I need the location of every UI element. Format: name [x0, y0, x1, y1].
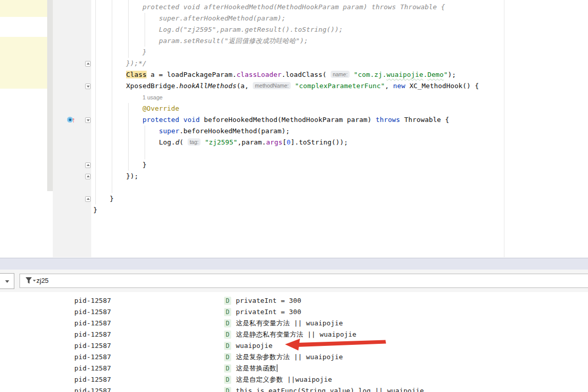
logcat-options-dropdown[interactable] — [0, 273, 14, 289]
scrollbar-track[interactable] — [47, 0, 53, 191]
log-level-badge: D — [224, 297, 231, 305]
filter-icon[interactable] — [25, 277, 36, 285]
code-token: ].toString()); — [291, 138, 348, 146]
code-fold-icon[interactable] — [85, 117, 91, 123]
log-message: privateInt = 300 — [236, 306, 301, 318]
indent-guide — [128, 103, 129, 171]
inlay-hint: tag: — [188, 138, 201, 146]
code-token: Log. — [159, 138, 175, 146]
filter-query-text[interactable]: zj25 — [36, 274, 49, 287]
code-line[interactable]: });*/ — [126, 58, 147, 69]
code-line[interactable]: } — [143, 47, 147, 58]
navigate-up-icon[interactable]: ↑ — [72, 116, 77, 124]
log-level-badge: D — [224, 342, 231, 350]
log-pid: pid-12587 — [74, 363, 111, 374]
code-token: @Override — [143, 105, 179, 112]
log-row[interactable]: pid-12587DprivateInt = 300 — [0, 306, 588, 318]
log-pid: pid-12587 — [74, 352, 111, 363]
code-token: new — [393, 82, 405, 90]
code-token: a = loadPackageParam. — [147, 71, 237, 78]
panel-divider[interactable] — [0, 258, 588, 270]
log-message: 这是静态私有变量方法 || wuaipojie — [236, 329, 356, 340]
code-fold-icon[interactable] — [85, 162, 91, 168]
code-line[interactable]: Log.d("zj2595",param.getResult().toStrin… — [159, 24, 343, 35]
code-token: .loadClass( — [281, 71, 331, 78]
code-line[interactable]: } — [110, 193, 114, 204]
code-line[interactable]: } — [93, 204, 97, 216]
logcat-toolbar: zj25 — [0, 270, 588, 293]
indent-guide — [128, 0, 129, 58]
log-pid: pid-12587 — [74, 340, 111, 352]
code-token: " — [444, 71, 448, 78]
inlay-hint: name: — [331, 71, 350, 78]
code-token: (a, — [236, 82, 253, 90]
code-token: ( — [179, 138, 188, 146]
code-token: , — [385, 82, 393, 90]
code-line[interactable]: Log.d( tag: "zj2595",param.args[0].toStr… — [159, 137, 348, 148]
code-editor[interactable]: 28293031323334353637383940414243444546 p… — [0, 0, 588, 257]
code-token: 0 — [287, 138, 291, 146]
right-margin-guide — [504, 0, 504, 257]
code-line[interactable]: param.setResult("返回值修改成功哇哈哈"); — [159, 35, 308, 47]
code-token: protected void afterHookedMethod(MethodH… — [143, 3, 445, 11]
log-row[interactable]: pid-12587DprivateInt = 300 — [0, 295, 588, 306]
code-token: throws — [376, 116, 400, 123]
log-row[interactable]: pid-12587Dwuaipojie — [0, 340, 588, 352]
log-row[interactable]: pid-12587D这是复杂参数方法 || wuaipojie — [0, 352, 588, 363]
code-token: "complexParameterFunc" — [295, 82, 385, 90]
code-fold-icon[interactable] — [85, 61, 91, 67]
log-message: 这是替换函数 — [236, 363, 277, 374]
code-token: Log.d("zj2595",param.getResult().toStrin… — [159, 26, 343, 33]
code-token: "zj2595" — [205, 138, 237, 146]
code-line[interactable]: @Override — [143, 103, 179, 114]
logcat-output[interactable]: pid-12587DprivateInt = 300pid-12587Dpriv… — [0, 292, 588, 392]
inlay-hint: methodName: — [253, 82, 291, 89]
code-token — [350, 71, 354, 78]
code-token: } — [143, 48, 147, 56]
log-pid: pid-12587 — [74, 318, 111, 329]
code-fold-icon[interactable] — [85, 174, 91, 179]
code-token: .beforeHookedMethod(param); — [179, 127, 290, 135]
highlight-block — [0, 37, 47, 89]
logcat-filter-input[interactable]: zj25 — [19, 274, 588, 288]
code-token: hookAllMethods — [179, 82, 237, 90]
log-level-badge: D — [224, 353, 231, 361]
log-pid: pid-12587 — [74, 385, 111, 392]
log-row[interactable]: pid-12587Dthis is eatFunc(String value) … — [0, 385, 588, 392]
log-row[interactable]: pid-12587D这是静态私有变量方法 || wuaipojie — [0, 329, 588, 340]
code-token: Demo — [428, 71, 444, 78]
log-row[interactable]: pid-12587D这是替换函数 — [0, 363, 588, 374]
code-line[interactable]: super.afterHookedMethod(param); — [159, 13, 286, 24]
code-token: } — [93, 206, 97, 214]
log-message: this is eatFunc(String value) log || wua… — [236, 385, 424, 392]
code-line[interactable]: protected void beforeHookedMethod(Method… — [143, 114, 449, 126]
log-message: 这是复杂参数方法 || wuaipojie — [236, 352, 343, 363]
code-token: [ — [282, 138, 287, 146]
code-token: protected — [143, 116, 179, 123]
chevron-down-icon — [5, 280, 9, 283]
code-line[interactable]: protected void afterHookedMethod(MethodH… — [143, 2, 445, 13]
code-token: XposedBridge. — [126, 82, 179, 90]
log-row[interactable]: pid-12587D这是私有变量方法 || wuaipojie — [0, 318, 588, 329]
code-token: wuaipojie — [387, 71, 423, 78]
code-token — [179, 116, 184, 123]
log-level-badge: D — [224, 331, 231, 339]
indent-guide — [112, 0, 112, 193]
code-line[interactable]: } — [143, 159, 147, 171]
code-line[interactable]: Class a = loadPackageParam.classLoader.l… — [126, 69, 456, 80]
code-fold-icon[interactable] — [85, 196, 91, 202]
editor-gutter[interactable]: 28293031323334353637383940414243444546 — [53, 0, 92, 257]
code-line[interactable]: XposedBridge.hookAllMethods(a, methodNam… — [126, 80, 479, 92]
code-token: beforeHookedMethod(MethodHookParam param… — [200, 116, 376, 123]
code-fold-icon[interactable] — [85, 84, 91, 89]
code-token: 1 usage — [143, 94, 163, 100]
code-token: });*/ — [126, 59, 147, 67]
code-line[interactable]: }); — [126, 171, 138, 182]
code-line[interactable]: super.beforeHookedMethod(param); — [159, 126, 290, 137]
text-caret — [277, 364, 278, 372]
log-row[interactable]: pid-12587D这是自定义参数 ||wuaipojie — [0, 374, 588, 385]
log-message: wuaipojie — [236, 340, 273, 352]
code-line[interactable]: 1 usage — [143, 92, 163, 103]
code-token: } — [110, 195, 114, 202]
log-pid: pid-12587 — [74, 329, 111, 340]
